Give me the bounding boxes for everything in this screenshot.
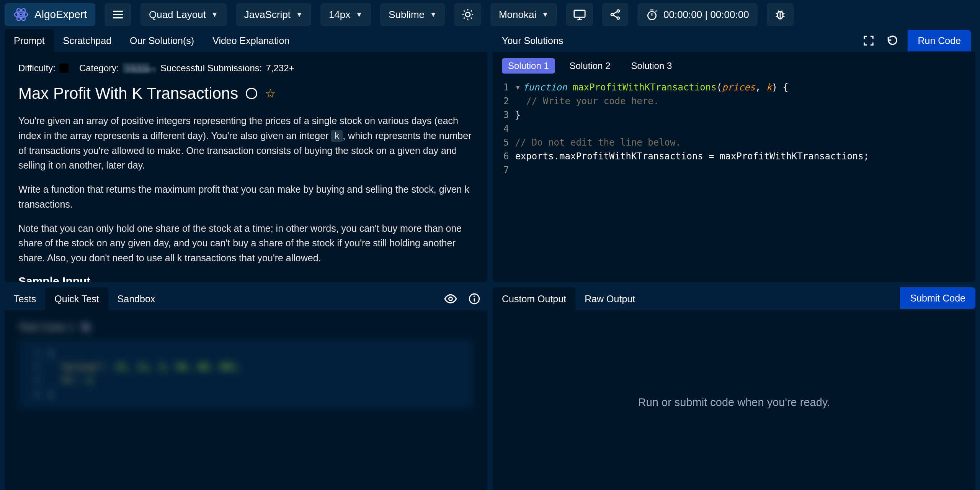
svg-point-19 bbox=[611, 13, 613, 16]
chevron-down-icon: ▼ bbox=[356, 11, 363, 19]
category-label: Category: bbox=[79, 63, 119, 74]
language-selector[interactable]: JavaScript ▼ bbox=[236, 3, 311, 26]
editor-gutter: 1234567 bbox=[493, 80, 515, 282]
svg-line-12 bbox=[464, 10, 465, 11]
share-icon bbox=[609, 8, 621, 21]
submissions-label: Successful Submissions: bbox=[160, 63, 262, 74]
brand-name: AlgoExpert bbox=[34, 8, 87, 21]
output-panel: Custom Output Raw Output Submit Code Run… bbox=[493, 287, 975, 490]
svg-rect-41 bbox=[82, 324, 88, 329]
language-selector-label: JavaScript bbox=[244, 9, 291, 21]
svg-line-15 bbox=[471, 10, 472, 11]
svg-point-0 bbox=[20, 13, 23, 16]
question-list-button[interactable] bbox=[105, 3, 131, 26]
editor-panel: Your Solutions Run Code Solution 1 S bbox=[493, 29, 975, 282]
chevron-down-icon: ▼ bbox=[296, 11, 303, 19]
sun-icon bbox=[461, 8, 474, 21]
svg-point-21 bbox=[617, 17, 619, 19]
tab-prompt[interactable]: Prompt bbox=[5, 29, 54, 52]
prompt-paragraph-2: Write a function that returns the maximu… bbox=[18, 182, 474, 212]
svg-rect-16 bbox=[574, 10, 585, 17]
tab-our-solutions[interactable]: Our Solution(s) bbox=[121, 29, 203, 52]
chevron-down-icon: ▼ bbox=[430, 11, 437, 19]
brand-logo-icon bbox=[13, 7, 29, 23]
output-placeholder: Run or submit code when you're ready. bbox=[638, 396, 830, 409]
syntax-theme-selector[interactable]: Sublime ▼ bbox=[380, 3, 445, 26]
reset-code-button[interactable] bbox=[884, 32, 901, 49]
light-mode-toggle[interactable] bbox=[454, 3, 481, 26]
svg-line-35 bbox=[781, 11, 782, 12]
testcase-label: Test Case 1 bbox=[18, 321, 75, 333]
tab-raw-output[interactable]: Raw Output bbox=[575, 287, 644, 310]
svg-line-22 bbox=[613, 11, 617, 14]
bug-report-button[interactable] bbox=[767, 3, 794, 26]
tab-scratchpad[interactable]: Scratchpad bbox=[54, 29, 121, 52]
info-icon bbox=[468, 292, 481, 305]
timer-value: 00:00:00 | 00:00:00 bbox=[663, 9, 749, 21]
problem-title: Max Profit With K Transactions bbox=[18, 84, 238, 103]
tests-panel: Tests Quick Test Sandbox Test Ca bbox=[5, 287, 487, 490]
svg-point-36 bbox=[449, 297, 452, 301]
svg-line-33 bbox=[783, 16, 784, 16]
prompt-panel: Prompt Scratchpad Our Solution(s) Video … bbox=[5, 29, 487, 282]
tab-tests[interactable]: Tests bbox=[5, 287, 45, 310]
list-icon bbox=[111, 8, 124, 21]
tests-info-button[interactable] bbox=[466, 290, 483, 307]
layout-selector-label: Quad Layout bbox=[149, 9, 206, 21]
your-solutions-label: Your Solutions bbox=[493, 29, 572, 52]
syntax-theme-label: Sublime bbox=[389, 9, 425, 21]
editor-theme-selector[interactable]: Monokai ▼ bbox=[490, 3, 557, 26]
svg-rect-40 bbox=[84, 325, 89, 331]
svg-line-14 bbox=[464, 18, 465, 19]
fullscreen-icon bbox=[863, 35, 874, 46]
difficulty-label: Difficulty: bbox=[18, 63, 56, 74]
blurred-test-content: Test Case 1 1{ 2 "prices": [5, 11, 3, 50… bbox=[18, 321, 474, 408]
toggle-visibility-button[interactable] bbox=[442, 290, 459, 307]
editor-code[interactable]: ▾function maxProfitWithKTransactions(pri… bbox=[515, 80, 975, 282]
difficulty-indicator bbox=[59, 64, 69, 73]
svg-point-20 bbox=[617, 10, 619, 12]
submissions-value: 7,232+ bbox=[266, 63, 294, 74]
svg-point-24 bbox=[648, 11, 656, 20]
stopwatch-icon bbox=[646, 8, 658, 21]
svg-point-7 bbox=[466, 12, 470, 17]
inline-code-k: k bbox=[331, 130, 343, 142]
svg-point-39 bbox=[474, 296, 474, 297]
bug-icon bbox=[774, 8, 787, 21]
code-editor[interactable]: 1234567 ▾function maxProfitWithKTransact… bbox=[493, 74, 975, 282]
svg-line-34 bbox=[778, 11, 779, 12]
tab-custom-output[interactable]: Custom Output bbox=[493, 287, 575, 310]
svg-line-32 bbox=[783, 13, 784, 14]
brand-home[interactable]: AlgoExpert bbox=[5, 3, 95, 26]
timer[interactable]: 00:00:00 | 00:00:00 bbox=[637, 3, 758, 26]
whiteboard-button[interactable] bbox=[566, 3, 593, 26]
completion-status-icon[interactable] bbox=[246, 88, 257, 99]
share-button[interactable] bbox=[602, 3, 628, 26]
eye-icon bbox=[444, 292, 457, 306]
svg-line-30 bbox=[776, 13, 777, 14]
svg-line-13 bbox=[471, 18, 472, 19]
submit-code-button[interactable]: Submit Code bbox=[900, 287, 975, 309]
editor-theme-label: Monokai bbox=[499, 9, 536, 21]
svg-line-27 bbox=[655, 10, 657, 11]
whiteboard-icon bbox=[573, 9, 586, 20]
run-code-button[interactable]: Run Code bbox=[908, 30, 971, 51]
prompt-paragraph-3: Note that you can only hold one share of… bbox=[18, 221, 474, 265]
chevron-down-icon: ▼ bbox=[211, 11, 218, 19]
svg-line-31 bbox=[776, 16, 777, 16]
tab-quick-test[interactable]: Quick Test bbox=[45, 287, 108, 310]
font-size-selector[interactable]: 14px ▼ bbox=[320, 3, 371, 26]
solution-tab-1[interactable]: Solution 1 bbox=[502, 58, 555, 74]
fullscreen-button[interactable] bbox=[860, 32, 877, 49]
copy-icon bbox=[80, 322, 91, 333]
tab-video-explanation[interactable]: Video Explanation bbox=[203, 29, 299, 52]
chevron-down-icon: ▼ bbox=[542, 11, 549, 19]
reset-icon bbox=[886, 34, 898, 47]
favorite-star-icon[interactable]: ☆ bbox=[265, 86, 276, 101]
solution-tab-2[interactable]: Solution 2 bbox=[564, 58, 617, 74]
tab-sandbox[interactable]: Sandbox bbox=[108, 287, 165, 310]
solution-tab-3[interactable]: Solution 3 bbox=[625, 58, 678, 74]
layout-selector[interactable]: Quad Layout ▼ bbox=[140, 3, 227, 26]
font-size-label: 14px bbox=[329, 9, 350, 21]
sample-input-heading: Sample Input bbox=[18, 275, 474, 282]
